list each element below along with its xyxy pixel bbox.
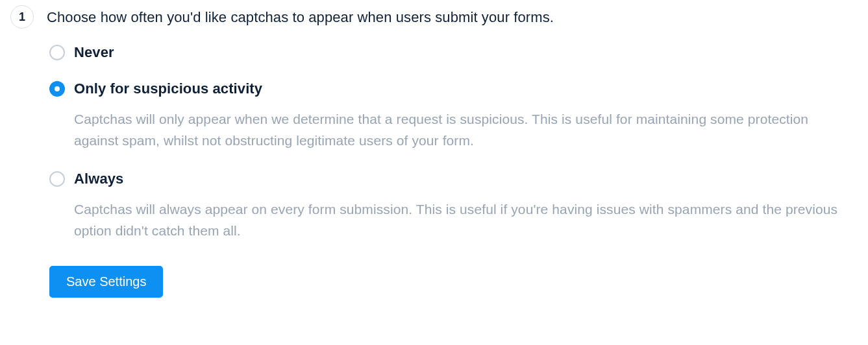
step-number-badge: 1: [10, 5, 34, 29]
option-always-head[interactable]: Always: [49, 171, 858, 187]
option-always-label: Always: [74, 171, 123, 187]
option-suspicious-label: Only for suspicious activity: [74, 80, 262, 97]
option-never-head[interactable]: Never: [49, 44, 858, 61]
option-never-label: Never: [74, 44, 114, 61]
option-suspicious-desc: Captchas will only appear when we determ…: [74, 109, 847, 151]
option-suspicious: Only for suspicious activity Captchas wi…: [49, 80, 858, 151]
radio-suspicious[interactable]: [49, 81, 65, 97]
option-suspicious-head[interactable]: Only for suspicious activity: [49, 80, 858, 97]
step-number: 1: [19, 10, 25, 24]
step-title: Choose how often you'd like captchas to …: [47, 9, 858, 26]
step-content: Choose how often you'd like captchas to …: [47, 5, 858, 298]
option-always-desc: Captchas will always appear on every for…: [74, 199, 847, 241]
radio-never[interactable]: [49, 45, 65, 60]
option-never: Never: [49, 44, 858, 61]
actions-row: Save Settings: [47, 266, 858, 298]
options-group: Never Only for suspicious activity Captc…: [47, 44, 858, 241]
radio-always[interactable]: [49, 171, 65, 187]
step-container: 1 Choose how often you'd like captchas t…: [10, 5, 858, 298]
save-button[interactable]: Save Settings: [49, 266, 163, 298]
option-always: Always Captchas will always appear on ev…: [49, 171, 858, 241]
